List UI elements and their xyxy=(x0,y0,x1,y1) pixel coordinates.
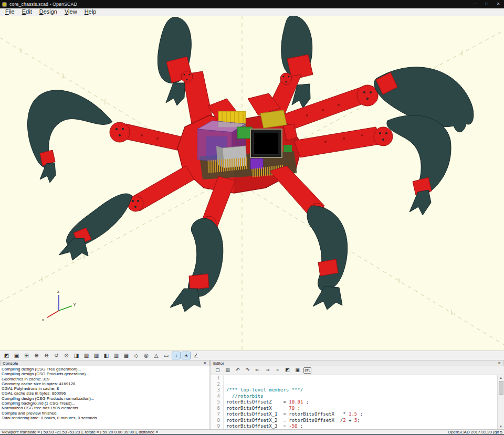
show-scale-markers-icon[interactable]: ∠ xyxy=(192,352,201,359)
overflow-icon[interactable]: » xyxy=(274,367,281,374)
window-title: core_chassis.scad - OpenSCAD xyxy=(9,2,469,7)
perspective-icon[interactable]: △ xyxy=(152,352,161,359)
line-number: 2 xyxy=(211,381,224,388)
hexapod-model[interactable] xyxy=(27,16,473,312)
menubar: FileEditDesignViewHelp xyxy=(0,8,504,16)
maximize-button[interactable]: □ xyxy=(481,0,492,8)
render-icon[interactable]: ▣ xyxy=(293,367,301,374)
menu-edit[interactable]: Edit xyxy=(18,8,36,16)
console-line: CGAL cache size in bytes: 860096 xyxy=(2,391,208,396)
leg-lower-middle xyxy=(170,176,235,312)
code-line: 1 xyxy=(211,375,497,381)
version-status: OpenSCAD 2017.01.20 (git 5 xyxy=(448,430,502,434)
editor-close-icon[interactable]: ✕ xyxy=(497,361,501,365)
zoom-in-icon[interactable]: ⊕ xyxy=(32,352,41,359)
orthogonal-icon[interactable]: ▭ xyxy=(162,352,171,359)
close-button[interactable]: ✕ xyxy=(492,0,504,8)
undo-icon[interactable]: ↶ xyxy=(234,367,242,374)
view-center-icon[interactable]: ◎ xyxy=(142,352,151,359)
console-line: CGAL Polyhedrons in cache: 8 xyxy=(2,386,208,391)
zoom-fit-icon[interactable]: ⊙ xyxy=(62,352,71,359)
console-line: Geometry cache size in bytes: 4169128 xyxy=(2,381,208,386)
editor-toolbar: ▢▤↶↷⇤⇥»◩▣STL xyxy=(211,366,504,375)
show-axes-icon[interactable]: ∗ xyxy=(182,352,191,359)
code-text xyxy=(224,375,226,381)
view-all-icon[interactable]: ⊞ xyxy=(22,352,31,359)
zoom-out-icon[interactable]: ⊖ xyxy=(42,352,51,359)
bottom-panels: Console ✕ Compiling design (CSG Tree gen… xyxy=(0,360,504,429)
view-front-icon[interactable]: ▥ xyxy=(112,352,121,359)
code-line: 5rotorBitsOffsetZ = 10.01 ; xyxy=(211,399,497,406)
code-text: /*** top-level members ***/ xyxy=(224,387,303,394)
preview-icon[interactable]: ◩ xyxy=(284,367,291,374)
indent-icon[interactable]: ⇥ xyxy=(264,367,271,374)
3d-viewport[interactable]: z x y xyxy=(0,16,504,351)
render-icon[interactable]: ▣ xyxy=(12,352,21,359)
leg-left xyxy=(27,90,187,183)
export-stl-icon[interactable]: STL xyxy=(303,367,311,374)
editor-title: Editor xyxy=(213,361,224,366)
console-header: Console ✕ xyxy=(0,360,209,366)
editor-scrollbar[interactable]: ▲ ▼ xyxy=(497,375,504,429)
code-line: 6rotorBitsOffsetX = 70 ; xyxy=(211,406,497,412)
code-text: rotorBitsOffsetX_2 = rotorBitsOffsetX /2… xyxy=(224,418,360,424)
statusbar: Viewport: translate = [ 50.93 -21.53 -53… xyxy=(0,429,504,435)
scrollbar-thumb[interactable] xyxy=(499,381,503,395)
code-text: rotorBitsOffsetX_3 = -50 ; xyxy=(224,423,303,429)
leg-lower-left xyxy=(59,166,194,260)
console-line: Compiling design (CSG Tree generation)..… xyxy=(2,367,208,372)
menu-design[interactable]: Design xyxy=(36,8,61,16)
code-text: rotorBitsOffsetX_1 = rotorBitsOffsetX * … xyxy=(224,411,363,418)
scroll-down-icon[interactable]: ▼ xyxy=(499,424,502,429)
reset-view-icon[interactable]: ↺ xyxy=(52,352,61,359)
console-line: Geometries in cache: 319 xyxy=(2,377,208,381)
code-line: 4 //rotorbits xyxy=(211,394,497,400)
console-panel: Console ✕ Compiling design (CSG Tree gen… xyxy=(0,360,211,429)
menu-view[interactable]: View xyxy=(61,8,81,16)
view-top-icon[interactable]: ▧ xyxy=(82,352,91,359)
view-diagonal-icon[interactable]: ◇ xyxy=(132,352,141,359)
new-file-icon[interactable]: ▢ xyxy=(214,367,222,374)
show-crosshairs-icon[interactable]: ＋ xyxy=(172,352,181,359)
openscad-window: core_chassis.scad - OpenSCAD ─ □ ✕ FileE… xyxy=(0,0,504,435)
line-number: 5 xyxy=(211,399,224,406)
code-text xyxy=(224,381,226,388)
preview-icon[interactable]: ◩ xyxy=(2,352,11,359)
code-text: rotorBitsOffsetX = 70 ; xyxy=(224,406,300,412)
openscad-logo-icon xyxy=(2,2,7,7)
console-output[interactable]: Compiling design (CSG Tree generation)..… xyxy=(0,366,209,429)
viewport-canvas[interactable]: z x y xyxy=(0,16,504,351)
menu-help[interactable]: Help xyxy=(81,8,100,16)
axis-indicator: z x y xyxy=(42,289,76,322)
code-text: //rotorbits xyxy=(224,394,263,400)
axis-label-x: x xyxy=(42,317,44,322)
code-line: 9rotorBitsOffsetX_3 = -50 ; xyxy=(211,423,497,429)
leg-upper-left xyxy=(158,17,214,132)
line-number: 8 xyxy=(211,418,224,424)
purple-component xyxy=(250,158,263,169)
minimize-button[interactable]: ─ xyxy=(469,0,481,8)
redo-icon[interactable]: ↷ xyxy=(244,367,251,374)
open-file-icon[interactable]: ▤ xyxy=(224,367,232,374)
line-number: 3 xyxy=(211,387,224,394)
line-number: 7 xyxy=(211,411,224,418)
editor-panel: Editor ✕ ▢▤↶↷⇤⇥»◩▣STL 123/*** top-level … xyxy=(211,360,504,429)
view-right-icon[interactable]: ◨ xyxy=(72,352,81,359)
console-line: Compile and preview finished. xyxy=(2,411,208,416)
scroll-up-icon[interactable]: ▲ xyxy=(499,375,502,380)
code-line: 2 xyxy=(211,381,497,388)
view-left-icon[interactable]: ◧ xyxy=(102,352,111,359)
line-number: 9 xyxy=(211,423,224,429)
axis-label-z: z xyxy=(57,289,59,294)
code-editor[interactable]: 123/*** top-level members ***/4 //rotorb… xyxy=(211,375,504,429)
line-number: 1 xyxy=(211,375,224,381)
view-back-icon[interactable]: ▦ xyxy=(122,352,131,359)
unindent-icon[interactable]: ⇤ xyxy=(254,367,261,374)
view-bottom-icon[interactable]: ▨ xyxy=(92,352,101,359)
menu-file[interactable]: File xyxy=(2,8,18,16)
console-close-icon[interactable]: ✕ xyxy=(203,361,207,365)
line-number: 4 xyxy=(211,394,224,400)
green-component xyxy=(284,145,292,152)
code-text: rotorBitsOffsetZ = 10.01 ; xyxy=(224,399,309,406)
console-line: Compiling design (CSG Products normaliza… xyxy=(2,396,208,401)
